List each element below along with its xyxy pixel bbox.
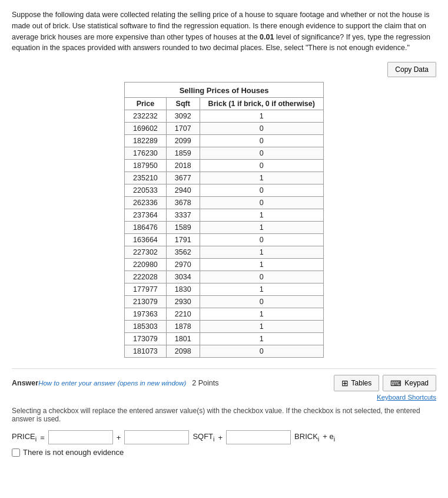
table-row: 18228920990 xyxy=(125,135,324,147)
cell-16-1: 2210 xyxy=(166,308,200,321)
answer-points: 2 Points xyxy=(192,379,218,387)
tables-button[interactable]: Tables xyxy=(334,375,380,391)
price-subscript: i xyxy=(35,436,36,443)
sqft-coeff-input[interactable] xyxy=(124,430,189,444)
cell-12-0: 220980 xyxy=(125,259,167,271)
cell-4-1: 2018 xyxy=(166,160,200,172)
col-header-brick: Brick (1 if brick, 0 if otherwise) xyxy=(200,98,323,110)
sqft-subscript: i xyxy=(213,436,214,443)
cell-3-1: 1859 xyxy=(166,147,200,160)
table-row: 23736433371 xyxy=(125,209,324,222)
cell-2-2: 0 xyxy=(200,135,323,147)
table-row: 18647615891 xyxy=(125,222,324,234)
cell-8-0: 237364 xyxy=(125,209,167,222)
plus2-sign: + xyxy=(218,433,223,442)
table-row: 22098029701 xyxy=(125,259,324,271)
answer-section-header: AnswerHow to enter your answer (opens in… xyxy=(12,375,436,391)
cell-15-2: 0 xyxy=(200,296,323,308)
cell-2-0: 182289 xyxy=(125,135,167,147)
cell-6-2: 0 xyxy=(200,184,323,197)
no-evidence-label[interactable]: There is not enough evidence xyxy=(12,448,124,457)
cell-1-2: 0 xyxy=(200,123,323,135)
cell-11-0: 227302 xyxy=(125,246,167,259)
cell-10-0: 163664 xyxy=(125,234,167,246)
cell-4-2: 0 xyxy=(200,160,323,172)
brick-coeff-input[interactable] xyxy=(226,430,291,444)
cell-13-2: 0 xyxy=(200,271,323,283)
table-row: 19736322101 xyxy=(125,308,324,321)
cell-7-0: 262336 xyxy=(125,197,167,209)
table-row: 22730235621 xyxy=(125,246,324,259)
cell-11-2: 1 xyxy=(200,246,323,259)
cell-14-2: 1 xyxy=(200,283,323,296)
keypad-label: Keypad xyxy=(404,379,429,387)
brick-subscript: i xyxy=(318,436,319,443)
cell-19-1: 2098 xyxy=(166,345,200,358)
cell-18-1: 1801 xyxy=(166,333,200,345)
cell-8-2: 1 xyxy=(200,209,323,222)
table-row: 18530318781 xyxy=(125,321,324,333)
keyboard-shortcuts-link[interactable]: Keyboard Shortcuts xyxy=(12,394,436,401)
tables-label: Tables xyxy=(351,379,372,387)
cell-7-1: 3678 xyxy=(166,197,200,209)
tables-icon xyxy=(341,378,349,388)
cell-17-1: 1878 xyxy=(166,321,200,333)
how-to-link[interactable]: How to enter your answer (opens in new w… xyxy=(38,380,186,387)
brick-label: BRICKi xyxy=(294,432,319,443)
table-row: 22202830340 xyxy=(125,271,324,283)
cell-17-2: 1 xyxy=(200,321,323,333)
checkbox-note: Selecting a checkbox will replace the en… xyxy=(12,407,436,423)
cell-0-1: 3092 xyxy=(166,110,200,123)
divider xyxy=(12,368,436,369)
cell-9-2: 1 xyxy=(200,222,323,234)
cell-14-0: 177977 xyxy=(125,283,167,296)
error-label: + ei xyxy=(323,432,335,443)
cell-9-1: 1589 xyxy=(166,222,200,234)
cell-3-0: 176230 xyxy=(125,147,167,160)
cell-10-1: 1791 xyxy=(166,234,200,246)
no-evidence-checkbox[interactable] xyxy=(12,448,20,457)
error-subscript: i xyxy=(334,436,335,443)
cell-10-2: 0 xyxy=(200,234,323,246)
plus1-sign: + xyxy=(117,433,121,442)
intro-paragraph: Suppose the following data were collecte… xyxy=(12,9,436,54)
cell-19-2: 0 xyxy=(200,345,323,358)
significance-level: 0.01 xyxy=(260,33,274,41)
cell-7-2: 0 xyxy=(200,197,323,209)
table-row: 18795020180 xyxy=(125,160,324,172)
table-row: 22053329400 xyxy=(125,184,324,197)
equals-sign: = xyxy=(40,433,45,442)
table-row: 23521036771 xyxy=(125,172,324,184)
no-evidence-text: There is not enough evidence xyxy=(23,448,124,457)
cell-1-1: 1707 xyxy=(166,123,200,135)
equation-row: PRICEi = + SQFTi + BRICKi + ei There is … xyxy=(12,430,436,457)
cell-9-0: 186476 xyxy=(125,222,167,234)
cell-5-2: 1 xyxy=(200,172,323,184)
cell-6-0: 220533 xyxy=(125,184,167,197)
copy-data-button[interactable]: Copy Data xyxy=(387,62,436,77)
table-row: 18107320980 xyxy=(125,345,324,358)
table-row: 21307929300 xyxy=(125,296,324,308)
answer-label: AnswerHow to enter your answer (opens in… xyxy=(12,379,186,387)
cell-5-1: 3677 xyxy=(166,172,200,184)
col-header-price: Price xyxy=(125,98,167,110)
selling-prices-table: Selling Prices of Houses Price Sqft Bric… xyxy=(124,82,324,358)
cell-2-1: 2099 xyxy=(166,135,200,147)
cell-13-1: 3034 xyxy=(166,271,200,283)
cell-11-1: 3562 xyxy=(166,246,200,259)
intercept-input[interactable] xyxy=(48,430,113,444)
keypad-icon xyxy=(390,379,401,388)
table-row: 16960217070 xyxy=(125,123,324,135)
cell-1-0: 169602 xyxy=(125,123,167,135)
cell-0-0: 232232 xyxy=(125,110,167,123)
cell-13-0: 222028 xyxy=(125,271,167,283)
keypad-button[interactable]: Keypad xyxy=(383,375,436,391)
table-caption: Selling Prices of Houses xyxy=(124,82,324,97)
cell-8-1: 3337 xyxy=(166,209,200,222)
cell-18-0: 173079 xyxy=(125,333,167,345)
cell-19-0: 181073 xyxy=(125,345,167,358)
cell-12-1: 2970 xyxy=(166,259,200,271)
cell-14-1: 1830 xyxy=(166,283,200,296)
cell-4-0: 187950 xyxy=(125,160,167,172)
cell-6-1: 2940 xyxy=(166,184,200,197)
